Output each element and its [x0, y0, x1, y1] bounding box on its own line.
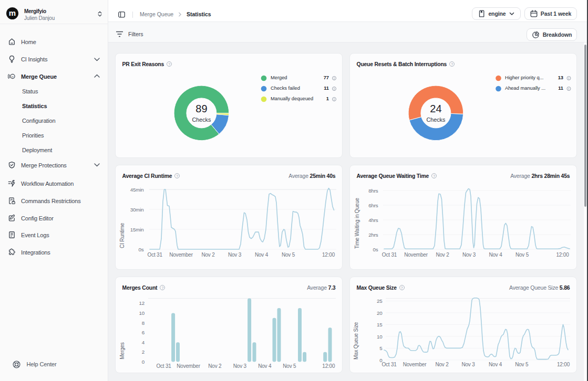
- svg-text:1: 1: [326, 96, 329, 101]
- svg-text:15: 15: [377, 322, 383, 327]
- svg-text:Nov 4: Nov 4: [489, 362, 502, 367]
- svg-text:Max Queue Size: Max Queue Size: [353, 322, 359, 359]
- svg-text:Nov 5: Nov 5: [515, 252, 529, 258]
- svg-text:12:00: 12:00: [557, 362, 570, 367]
- svg-text:25: 25: [377, 298, 383, 304]
- svg-text:Nov 4: Nov 4: [489, 252, 502, 258]
- svg-text:Nov 4: Nov 4: [255, 252, 269, 258]
- svg-text:November: November: [169, 252, 193, 258]
- svg-text:20: 20: [377, 310, 383, 316]
- svg-text:Time Waiting in Queue: Time Waiting in Queue: [354, 197, 360, 248]
- svg-text:Nov 5: Nov 5: [283, 363, 296, 369]
- svg-text:Nov 5: Nov 5: [515, 362, 529, 367]
- svg-text:6hrs: 6hrs: [368, 203, 378, 208]
- svg-text:10: 10: [377, 334, 383, 340]
- svg-text:2: 2: [142, 349, 145, 355]
- svg-text:12: 12: [139, 300, 145, 306]
- svg-text:Nov 2: Nov 2: [435, 362, 449, 367]
- svg-text:November: November: [404, 252, 428, 258]
- svg-text:n: n: [12, 74, 14, 78]
- svg-text:November: November: [403, 362, 427, 367]
- svg-text:Higher priority q...: Higher priority q...: [505, 75, 543, 80]
- svg-text:6: 6: [142, 330, 145, 335]
- svg-text:Nov 2: Nov 2: [208, 363, 222, 369]
- svg-text:Nov 3: Nov 3: [462, 252, 476, 258]
- svg-text:30min: 30min: [130, 207, 144, 213]
- svg-text:CI Runtime: CI Runtime: [119, 223, 125, 248]
- svg-text:8: 8: [142, 320, 145, 326]
- svg-text:Nov 3: Nov 3: [233, 363, 247, 369]
- svg-text:12:00: 12:00: [322, 252, 335, 258]
- svg-text:Nov 2: Nov 2: [201, 252, 215, 258]
- svg-text:5: 5: [379, 345, 383, 351]
- svg-text:Checks failed: Checks failed: [271, 86, 300, 91]
- svg-text:Manually dequeued: Manually dequeued: [271, 96, 313, 101]
- svg-text:Nov 3: Nov 3: [228, 252, 242, 258]
- svg-text:Merges: Merges: [119, 342, 125, 359]
- svg-text:11: 11: [324, 86, 329, 91]
- svg-text:12:00: 12:00: [556, 252, 569, 258]
- svg-text:0: 0: [142, 359, 145, 365]
- svg-text:Nov 5: Nov 5: [282, 252, 295, 258]
- svg-text:13: 13: [558, 75, 563, 80]
- svg-text:Merged: Merged: [271, 75, 287, 80]
- svg-text:Ahead manually ...: Ahead manually ...: [505, 86, 545, 91]
- svg-text:45min: 45min: [130, 187, 144, 193]
- svg-text:15min: 15min: [130, 227, 144, 232]
- svg-text:Nov 3: Nov 3: [461, 362, 475, 367]
- svg-text:Nov 4: Nov 4: [258, 363, 272, 369]
- svg-text:10: 10: [139, 310, 145, 316]
- svg-text:November: November: [177, 363, 200, 369]
- svg-text:77: 77: [324, 75, 329, 80]
- svg-text:Oct 31: Oct 31: [148, 252, 163, 258]
- svg-text:Nov 2: Nov 2: [436, 252, 449, 258]
- svg-text:0s: 0s: [373, 247, 378, 252]
- svg-text:Oct 31: Oct 31: [156, 363, 171, 369]
- svg-text:Oct 31: Oct 31: [382, 252, 397, 258]
- svg-text:4hrs: 4hrs: [368, 217, 378, 223]
- svg-text:12:00: 12:00: [322, 363, 335, 369]
- svg-text:11: 11: [558, 86, 563, 91]
- svg-text:8hrs: 8hrs: [368, 188, 378, 194]
- svg-text:4: 4: [142, 340, 145, 345]
- svg-text:2hrs: 2hrs: [368, 232, 378, 238]
- svg-text:0s: 0s: [139, 247, 144, 252]
- svg-text:Oct 31: Oct 31: [381, 362, 397, 367]
